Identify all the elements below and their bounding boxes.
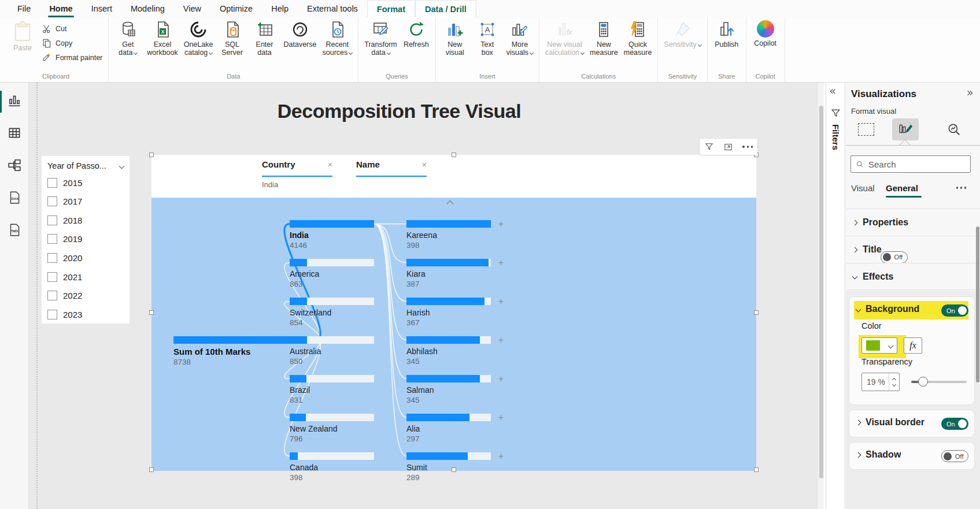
expand-node-icon[interactable]: + xyxy=(498,374,504,384)
ribbon-button-transform-data[interactable]: Transformdata xyxy=(362,19,400,58)
title-toggle[interactable]: Off xyxy=(881,251,908,263)
shadow-card[interactable]: Shadow Off xyxy=(849,442,975,470)
format-painter-button[interactable]: Format painter xyxy=(39,51,105,64)
slider-knob[interactable] xyxy=(918,377,928,387)
shadow-toggle[interactable]: Off xyxy=(941,450,968,462)
tree-node-kareena[interactable]: Kareena398+ xyxy=(406,220,491,250)
ribbon-button-excel-workbook[interactable]: XExcelworkbook xyxy=(145,19,180,58)
tab-general[interactable]: General xyxy=(886,183,918,193)
year-slicer-visual[interactable]: Year of Passo... 20152017201820192020202… xyxy=(42,156,130,324)
sidebar-item-dax-query-view[interactable]: DAX xyxy=(0,189,29,209)
tree-node-abhilash[interactable]: Abhilash345+ xyxy=(406,336,491,366)
slicer-item-2021[interactable]: 2021 xyxy=(47,270,82,284)
checkbox[interactable] xyxy=(47,178,57,188)
tree-node-switzerland[interactable]: Switzerland854 xyxy=(290,298,374,327)
ribbon-button-text-box[interactable]: ATextbox xyxy=(472,19,503,58)
ribbon-tab-data-drill[interactable]: Data / Drill xyxy=(415,0,476,17)
selection-handle[interactable] xyxy=(149,310,154,315)
ribbon-button-onelake-catalog[interactable]: OneLakecatalog xyxy=(182,19,216,58)
expand-node-icon[interactable]: + xyxy=(498,219,504,229)
selection-handle[interactable] xyxy=(149,153,154,157)
ribbon-tab-view[interactable]: View xyxy=(174,0,210,17)
tree-node-sumit[interactable]: Sumit289+ xyxy=(406,452,491,482)
slicer-item-2023[interactable]: 2023 xyxy=(47,307,82,321)
slicer-item-2022[interactable]: 2022 xyxy=(47,289,82,303)
background-header[interactable]: Background xyxy=(856,304,919,314)
ribbon-button-publish[interactable]: Publish xyxy=(711,19,742,50)
ribbon-button-enter-data[interactable]: Enterdata xyxy=(249,19,280,58)
tree-node-harish[interactable]: Harish367+ xyxy=(406,298,491,327)
ribbon-tab-external-tools[interactable]: External tools xyxy=(298,0,367,17)
search-input[interactable]: Search xyxy=(850,155,971,173)
ribbon-button-sql-server[interactable]: SQLServer xyxy=(217,19,248,58)
tree-node-alia[interactable]: Alia297+ xyxy=(406,414,491,443)
ribbon-tab-file[interactable]: File xyxy=(8,0,40,17)
selection-handle[interactable] xyxy=(452,153,456,157)
format-visual-icon[interactable] xyxy=(892,118,919,140)
selection-handle[interactable] xyxy=(149,467,154,472)
report-canvas[interactable]: Decomposition Tree Visual Year of Passo.… xyxy=(29,83,818,509)
ribbon-tab-help[interactable]: Help xyxy=(262,0,298,17)
ribbon-button-refresh[interactable]: Refresh xyxy=(401,19,432,50)
transparency-slider[interactable] xyxy=(911,381,967,383)
visual-border-toggle[interactable]: On xyxy=(941,418,968,430)
checkbox[interactable] xyxy=(47,272,57,282)
focus-mode-icon[interactable] xyxy=(722,140,735,153)
ribbon-button-copilot[interactable]: Copilot xyxy=(750,19,781,49)
decomposition-tree-visual[interactable]: Country × India Name × Sum xyxy=(151,155,756,471)
tree-node-america[interactable]: America863 xyxy=(290,259,374,288)
tree-node-kiara[interactable]: Kiara387+ xyxy=(406,259,491,288)
background-toggle[interactable]: On xyxy=(941,304,968,317)
slicer-item-2019[interactable]: 2019 xyxy=(47,232,82,246)
checkbox[interactable] xyxy=(47,291,57,300)
tree-node-canada[interactable]: Canada398 xyxy=(290,452,374,482)
sidebar-item-model-view[interactable] xyxy=(0,157,29,176)
tabs-more-icon[interactable] xyxy=(955,187,967,189)
tree-node-india[interactable]: India4146 xyxy=(290,220,374,250)
more-options-icon[interactable] xyxy=(741,140,755,153)
slicer-item-2017[interactable]: 2017 xyxy=(47,195,82,209)
fx-conditional-formatting-button[interactable]: fx xyxy=(904,337,922,354)
ribbon-button-more-visuals[interactable]: Morevisuals xyxy=(504,19,535,58)
sidebar-item-table-view[interactable] xyxy=(0,124,29,144)
collapse-visualizations-icon[interactable] xyxy=(966,91,972,95)
selection-handle[interactable] xyxy=(754,310,759,315)
ribbon-tab-format[interactable]: Format xyxy=(367,0,415,17)
tree-node-brazil[interactable]: Brazil831 xyxy=(290,375,374,404)
ribbon-button-dataverse[interactable]: Dataverse xyxy=(282,19,319,50)
tree-node-new-zealand[interactable]: New Zealand796 xyxy=(290,414,374,443)
ribbon-tab-modeling[interactable]: Modeling xyxy=(121,0,174,17)
ribbon-tab-insert[interactable]: Insert xyxy=(82,0,121,17)
expand-node-icon[interactable]: + xyxy=(498,258,504,268)
slicer-item-2020[interactable]: 2020 xyxy=(47,251,82,265)
ribbon-tab-home[interactable]: Home xyxy=(40,0,82,17)
shadow-header[interactable]: Shadow xyxy=(856,449,901,460)
expand-filters-icon[interactable] xyxy=(831,90,837,93)
expand-node-icon[interactable]: + xyxy=(498,413,504,423)
checkbox[interactable] xyxy=(47,216,57,225)
color-dropdown[interactable] xyxy=(861,337,897,354)
visual-border-header[interactable]: Visual border xyxy=(856,417,924,428)
visual-border-card[interactable]: Visual border On xyxy=(849,410,975,437)
pane-scrollbar[interactable] xyxy=(976,83,979,509)
expand-node-icon[interactable]: + xyxy=(498,296,504,307)
copy-button[interactable]: Copy xyxy=(39,37,105,50)
report-title-textbox[interactable]: Decomposition Tree Visual xyxy=(36,100,762,122)
canvas-scrollbar-thumb[interactable] xyxy=(819,106,823,478)
selection-handle[interactable] xyxy=(452,467,456,472)
selection-handle[interactable] xyxy=(754,467,759,472)
checkbox[interactable] xyxy=(47,253,57,263)
ribbon-button-get-data[interactable]: Getdata xyxy=(112,19,143,58)
ribbon-button-new-visual[interactable]: Newvisual xyxy=(439,19,471,58)
pane-scrollbar-thumb[interactable] xyxy=(976,226,979,382)
build-visual-icon[interactable] xyxy=(853,118,879,140)
checkbox[interactable] xyxy=(47,234,57,244)
ribbon-button-new-measure[interactable]: Newmeasure xyxy=(587,19,620,58)
section-properties[interactable]: Properties xyxy=(846,209,980,236)
analytics-icon[interactable] xyxy=(941,118,967,140)
ribbon-button-quick-measure[interactable]: Quickmeasure xyxy=(622,19,654,58)
tree-node-salman[interactable]: Salman345+ xyxy=(406,375,491,404)
spinner-buttons[interactable] xyxy=(889,373,899,391)
transparency-input[interactable]: 19 % xyxy=(861,373,900,391)
filter-icon[interactable] xyxy=(702,140,716,153)
